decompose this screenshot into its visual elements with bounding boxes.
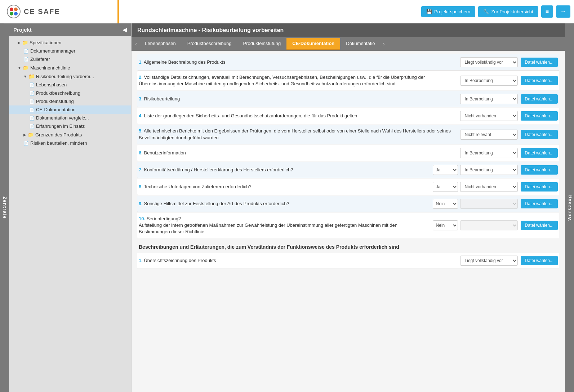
tab-lebensphasen[interactable]: Lebensphasen	[139, 38, 181, 50]
doc-label-6: 6. Benutzerinformation	[139, 150, 460, 156]
doc-row-3: 3. Risikobeurteilung Liegt vollständig v…	[137, 91, 559, 107]
doc-choose-button-9[interactable]: Datei wählen...	[521, 199, 558, 208]
sidebar-item-zulieferer[interactable]: 📄 Zulieferer	[9, 55, 131, 63]
doc-choose-button-s2-1[interactable]: Datei wählen...	[521, 256, 558, 265]
tab-ce-dokumentation[interactable]: CE-Dokumentation	[286, 38, 340, 50]
page-title: Rundschleifmaschine - Risikobeurteilung …	[132, 23, 565, 37]
doc-label-5: 5. Alle technischen Berichte mit den Erg…	[139, 128, 460, 141]
header-buttons: 💾 Projekt speichern 🔧 Zur Projektübersic…	[421, 5, 570, 18]
doc-choose-button-10[interactable]: Datei wählen...	[521, 221, 558, 230]
tab-prev-arrow[interactable]: ‹	[133, 39, 139, 49]
doc-ja-nein-7[interactable]: Ja Nein	[433, 165, 458, 175]
sidebar-item-ce-dokumentation[interactable]: 📄 CE-Dokumentation	[9, 105, 131, 114]
main-layout: Zentrale Projekt ◀ ▶ 📁 Spezifikationen 📄…	[0, 23, 574, 392]
doc-label-s2-1: 1. Übersichtszeichnung des Produkts	[139, 257, 460, 264]
sidebar-item-grenzen-produkts[interactable]: ▶ 📁 Grenzen des Produkts	[9, 130, 131, 139]
doc-choose-button-2[interactable]: Datei wählen...	[521, 76, 558, 85]
side-tab-right[interactable]: Werkzeug	[565, 23, 574, 392]
doc-choose-button-7[interactable]: Datei wählen...	[521, 165, 558, 175]
sidebar-collapse-button[interactable]: ◀	[123, 26, 127, 33]
tab-next-arrow[interactable]: ›	[381, 39, 387, 49]
content-area: Rundschleifmaschine - Risikobeurteilung …	[132, 23, 565, 392]
logo-icon	[6, 4, 21, 19]
doc-row-9: 9. Sonstige Hilfsmittel zur Feststellung…	[137, 196, 559, 212]
wrench-icon: 🔧	[483, 9, 489, 14]
doc-status-10[interactable]	[460, 220, 518, 230]
tab-produktbeschreibung[interactable]: Produktbeschreibung	[182, 38, 237, 50]
logo-area: CE SAFE	[4, 0, 119, 23]
sidebar-content: ▶ 📁 Spezifikationen 📄 Dokumentenmanager …	[9, 36, 131, 392]
doc-label-3: 3. Risikobeurteilung	[139, 96, 460, 102]
logout-button[interactable]: →	[556, 5, 570, 18]
tab-produkteinstufung[interactable]: Produkteinstufung	[237, 38, 287, 50]
tab-dokumentation[interactable]: Dokumentatio	[340, 38, 381, 50]
sidebar-item-risikobeurteilung[interactable]: ▼ 📁 Risikobeurteilung vorberei...	[9, 72, 131, 81]
doc-label-10: 10. Serienfertigung? Aufstellung der int…	[139, 216, 433, 235]
doc-ja-nein-10[interactable]: Ja Nein	[433, 220, 458, 230]
doc-status-1[interactable]: Liegt vollständig vor In Bearbeitung Nic…	[460, 57, 518, 67]
svg-point-1	[10, 8, 13, 11]
content-body: 1. Allgemeine Beschreibung des Produkts …	[132, 51, 565, 392]
doc-status-3[interactable]: Liegt vollständig vor In Bearbeitung Nic…	[460, 94, 518, 104]
doc-choose-button-6[interactable]: Datei wählen...	[521, 148, 558, 158]
doc-label-4: 4. Liste der grundlegenden Sicherheits- …	[139, 113, 460, 119]
sidebar: Projekt ◀ ▶ 📁 Spezifikationen 📄 Dokument…	[9, 23, 132, 392]
tabs-bar: ‹ Lebensphasen Produktbeschreibung Produ…	[132, 37, 565, 51]
save-icon: 💾	[426, 9, 432, 14]
doc-label-2: 2. Vollständige Detailzeichnungen, event…	[139, 74, 460, 87]
doc-row-5: 5. Alle technischen Berichte mit den Erg…	[137, 125, 559, 144]
doc-ja-nein-9[interactable]: Ja Nein	[433, 199, 458, 209]
doc-row-2: 2. Vollständige Detailzeichnungen, event…	[137, 71, 559, 90]
sidebar-item-produktbeschreibung[interactable]: 📄 Produktbeschreibung	[9, 89, 131, 97]
doc-choose-button-5[interactable]: Datei wählen...	[521, 130, 558, 139]
svg-point-3	[10, 12, 13, 15]
doc-status-s2-1[interactable]: Liegt vollständig vor In Bearbeitung Nic…	[460, 256, 518, 266]
doc-choose-button-1[interactable]: Datei wählen...	[521, 58, 558, 67]
sidebar-title: Projekt	[13, 27, 32, 33]
doc-status-8[interactable]: Liegt vollständig vor In Bearbeitung Nic…	[460, 182, 518, 192]
sidebar-item-produkteinstufung[interactable]: 📄 Produkteinstufung	[9, 97, 131, 105]
doc-row-6: 6. Benutzerinformation Liegt vollständig…	[137, 145, 559, 161]
doc-row-1: 1. Allgemeine Beschreibung des Produkts …	[137, 54, 559, 71]
svg-point-2	[14, 8, 18, 11]
doc-choose-button-4[interactable]: Datei wählen...	[521, 111, 558, 121]
doc-row-10: 10. Serienfertigung? Aufstellung der int…	[137, 213, 559, 239]
logo-text: CE SAFE	[24, 8, 60, 16]
doc-ja-nein-8[interactable]: Ja Nein	[433, 182, 458, 192]
sidebar-item-erfahrungen-einsatz[interactable]: 📄 Erfahrungen im Einsatz	[9, 122, 131, 130]
doc-choose-button-8[interactable]: Datei wählen...	[521, 182, 558, 192]
doc-label-1: 1. Allgemeine Beschreibung des Produkts	[139, 59, 460, 66]
doc-status-6[interactable]: Liegt vollständig vor In Bearbeitung Nic…	[460, 148, 518, 158]
doc-label-9: 9. Sonstige Hilfsmittel zur Feststellung…	[139, 200, 433, 207]
svg-point-4	[14, 12, 18, 15]
svg-point-0	[7, 5, 20, 18]
sidebar-item-lebensphasen[interactable]: 📄 Lebensphasen	[9, 81, 131, 89]
menu-button[interactable]: ≡	[541, 5, 553, 18]
doc-status-2[interactable]: Liegt vollständig vor In Bearbeitung Nic…	[460, 76, 518, 86]
doc-row-8: 8. Technische Unterlagen von Zulieferern…	[137, 179, 559, 195]
doc-label-7: 7. Konformitätserklärung / Herstellererk…	[139, 167, 433, 173]
doc-label-8: 8. Technische Unterlagen von Zulieferern…	[139, 184, 433, 190]
section2-title: Beschreibungen und Erläuterungen, die zu…	[137, 244, 559, 250]
sidebar-item-dokumentation-vergleich[interactable]: 📄 Dokumentation vergleic...	[9, 114, 131, 122]
doc-status-9[interactable]	[460, 199, 518, 209]
header: CE SAFE 💾 Projekt speichern 🔧 Zur Projek…	[0, 0, 574, 23]
sidebar-item-risiken-beurteilen[interactable]: 📄 Risiken beurteilen, mindern	[9, 139, 131, 147]
doc-row-s2-1: 1. Übersichtszeichnung des Produkts Lieg…	[137, 253, 559, 269]
sidebar-item-spezifikationen[interactable]: ▶ 📁 Spezifikationen	[9, 38, 131, 47]
doc-row-4: 4. Liste der grundlegenden Sicherheits- …	[137, 108, 559, 124]
sidebar-item-maschinenrichtlinie[interactable]: ▼ 📁 Maschinenrichtlinie	[9, 63, 131, 72]
doc-status-5[interactable]: Liegt vollständig vor In Bearbeitung Nic…	[460, 130, 518, 140]
doc-choose-button-3[interactable]: Datei wählen...	[521, 94, 558, 104]
save-project-button[interactable]: 💾 Projekt speichern	[421, 6, 475, 17]
sidebar-header: Projekt ◀	[9, 23, 131, 36]
project-overview-button[interactable]: 🔧 Zur Projektübersicht	[478, 6, 538, 17]
doc-row-7: 7. Konformitätserklärung / Herstellererk…	[137, 162, 559, 178]
doc-status-7[interactable]: Liegt vollständig vor In Bearbeitung Nic…	[460, 165, 518, 175]
doc-status-4[interactable]: Liegt vollständig vor In Bearbeitung Nic…	[460, 111, 518, 121]
sidebar-item-dokumentenmanager[interactable]: 📄 Dokumentenmanager	[9, 47, 131, 55]
side-tab-left[interactable]: Zentrale	[0, 23, 9, 392]
